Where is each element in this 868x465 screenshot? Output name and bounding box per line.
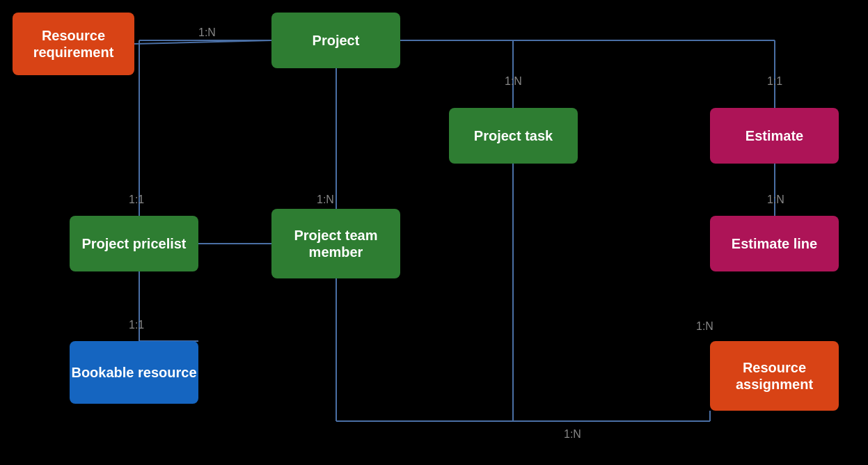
- rel-project-task: 1:N: [505, 75, 522, 88]
- diagram-container: Resource requirement Project Project tas…: [0, 0, 868, 465]
- rel-task-assignment: 1:N: [564, 428, 581, 441]
- project-team-member-node[interactable]: Project team member: [271, 209, 400, 278]
- project-pricelist-node[interactable]: Project pricelist: [70, 216, 198, 271]
- rel-team-assignment: 1:N: [696, 320, 713, 333]
- rel-project-team: 1:N: [317, 194, 334, 206]
- bookable-resource-node[interactable]: Bookable resource: [70, 341, 198, 404]
- rel-project-estimate: 1:1: [767, 75, 782, 88]
- rel-team-bookable: 1:1: [129, 319, 144, 331]
- estimate-line-node[interactable]: Estimate line: [710, 216, 839, 271]
- svg-line-0: [134, 40, 271, 44]
- rel-req-project: 1:N: [198, 26, 216, 39]
- estimate-node[interactable]: Estimate: [710, 108, 839, 164]
- project-node[interactable]: Project: [271, 13, 400, 68]
- rel-estimate-line: 1:N: [767, 194, 784, 206]
- project-task-node[interactable]: Project task: [449, 108, 578, 164]
- rel-project-pricelist: 1:1: [129, 194, 144, 206]
- resource-assignment-node[interactable]: Resource assignment: [710, 341, 839, 411]
- resource-requirement-node[interactable]: Resource requirement: [13, 13, 134, 75]
